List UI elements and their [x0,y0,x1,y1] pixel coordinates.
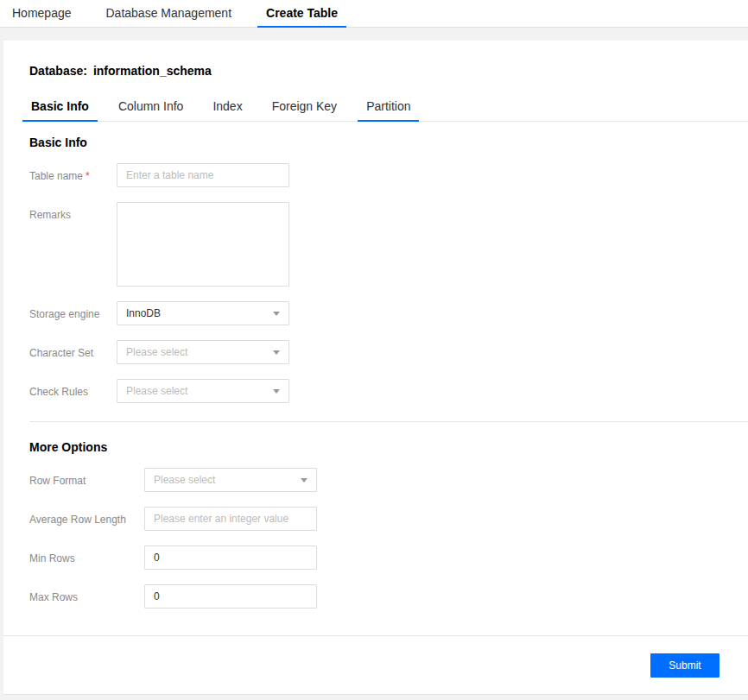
max-rows-input[interactable] [144,584,317,609]
more-options-heading: More Options [29,440,748,454]
database-label: Database: [29,64,87,78]
check-rules-placeholder: Please select [126,385,187,397]
table-name-label-text: Table name [29,170,83,182]
tab-index[interactable]: Index [204,94,250,122]
tab-database-management[interactable]: Database Management [98,1,241,28]
tab-column-info[interactable]: Column Info [110,94,192,122]
average-row-length-label: Average Row Length [29,507,144,526]
submit-button[interactable]: Submit [650,653,719,678]
create-table-panel: Database:information_schema Basic Info C… [3,41,748,695]
character-set-select[interactable]: Please select [117,340,289,364]
required-marker: * [86,170,90,182]
basic-info-form: Table name* Remarks Storage engine InnoD… [3,163,748,418]
character-set-placeholder: Please select [126,346,187,358]
table-name-label: Table name* [29,163,117,182]
form-tab-bar: Basic Info Column Info Index Foreign Key… [22,94,748,122]
basic-info-heading: Basic Info [29,136,748,149]
section-divider [29,421,748,422]
max-rows-row: Max Rows [29,584,748,609]
min-rows-label: Min Rows [29,545,144,564]
row-format-row: Row Format Please select [29,468,748,492]
average-row-length-row: Average Row Length [29,507,748,531]
chevron-down-icon [273,350,280,355]
min-rows-row: Min Rows [29,545,748,570]
check-rules-row: Check Rules Please select [29,379,748,403]
remarks-label: Remarks [29,202,117,221]
top-tab-bar: Homepage Database Management Create Tabl… [0,0,748,28]
more-options-form: Row Format Please select Average Row Len… [3,468,748,623]
character-set-label: Character Set [29,340,117,359]
character-set-row: Character Set Please select [29,340,748,364]
chevron-down-icon [273,312,280,316]
tab-homepage[interactable]: Homepage [3,1,80,28]
remarks-row: Remarks [29,202,748,287]
remarks-textarea[interactable] [117,202,289,287]
min-rows-input[interactable] [144,545,317,570]
table-name-row: Table name* [29,163,748,187]
max-rows-label: Max Rows [29,584,144,603]
chevron-down-icon [273,389,280,394]
tab-basic-info[interactable]: Basic Info [22,94,98,122]
average-row-length-input[interactable] [144,507,317,531]
tab-create-table[interactable]: Create Table [257,1,346,28]
database-name: information_schema [93,64,212,78]
storage-engine-value: InnoDB [126,307,161,319]
row-format-label: Row Format [29,468,144,487]
storage-engine-select[interactable]: InnoDB [117,301,289,325]
database-heading: Database:information_schema [29,64,748,78]
footer-bar: Submit [3,636,748,694]
chevron-down-icon [301,478,307,482]
check-rules-label: Check Rules [29,379,117,398]
storage-engine-row: Storage engine InnoDB [29,301,748,325]
tab-partition[interactable]: Partition [358,94,419,122]
row-format-placeholder: Please select [154,474,215,486]
storage-engine-label: Storage engine [29,301,117,320]
tab-foreign-key[interactable]: Foreign Key [263,94,345,122]
row-format-select[interactable]: Please select [144,468,317,492]
check-rules-select[interactable]: Please select [117,379,289,403]
table-name-input[interactable] [117,163,289,187]
